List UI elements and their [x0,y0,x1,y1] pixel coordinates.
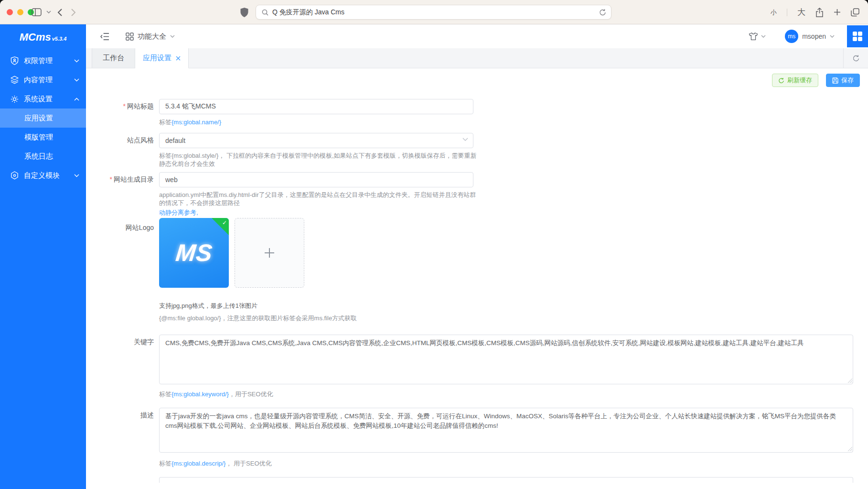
text-smaller-button[interactable]: 小 [771,8,777,17]
form-row-site-logo: 网站Logo MS ✓ [86,218,868,323]
form-row-site-dir: *网站生成目录 application.yml中配置ms.diy.html-di… [86,172,868,217]
chevron-down-icon [830,35,835,38]
minimize-window-button[interactable] [17,9,23,15]
apps-grid-button[interactable] [847,25,868,47]
template-tag: {ms:global.name/} [171,119,221,126]
collapse-menu-icon[interactable] [100,33,109,41]
module-hexagon-icon [11,171,19,180]
window-controls [7,9,34,15]
privacy-shield-icon[interactable] [240,0,248,24]
form-row-partial [86,477,868,483]
tab-workbench[interactable]: 工作台 [92,48,135,68]
sidebar-item-template-manage[interactable]: 模版管理 [0,128,86,147]
refresh-tab-icon[interactable] [843,48,868,68]
tab-label: 应用设置 [143,54,171,63]
sidebar-item-app-settings[interactable]: 应用设置 [0,109,86,128]
browser-toolbar-right: 小 大 [771,0,859,24]
required-mark: * [123,102,126,110]
field-label: *网站生成目录 [86,172,154,217]
sidebar-toggle-icon[interactable] [32,0,42,24]
app-logo-text: MCms [20,31,51,43]
field-label: 关键字 [86,335,154,399]
logo-tag-note: {@ms:file global.logo/}，注意这里的获取图片标签会采用ms… [159,314,868,323]
sidebar-item-label: 系统设置 [24,95,74,104]
grid-icon [126,33,134,41]
sidebar-item-label: 自定义模块 [24,171,74,180]
refresh-cache-button[interactable]: 刷新缓存 [772,74,818,87]
search-icon [262,9,268,16]
back-button[interactable] [57,0,63,24]
topbar: 功能大全 ms msopen [86,24,868,48]
save-button[interactable]: 保存 [826,74,860,87]
template-tag: {ms:global.descrip/} [171,460,225,467]
app-settings-form: *网站标题 标签{ms:global.name/} 站点风格 [86,99,868,483]
field-label: 站点风格 [86,133,154,168]
chevron-down-icon[interactable] [46,0,51,24]
site-style-select[interactable]: default [159,133,473,148]
upload-logo-button[interactable] [235,218,304,288]
logo-ms-text: MS [174,239,214,267]
forward-button[interactable] [71,0,76,24]
sidebar-item-custom-module[interactable]: 自定义模块 [0,166,86,185]
uploaded-logo-image[interactable]: MS ✓ [159,218,229,288]
feature-menu[interactable]: 功能大全 [126,32,175,41]
field-label [86,477,154,483]
sidebar-item-permissions[interactable]: 权限管理 [0,51,86,70]
template-tag: {ms:global.style/} [171,152,218,159]
refresh-cache-label: 刷新缓存 [787,76,812,85]
sidebar-item-system-log[interactable]: 系统日志 [0,147,86,166]
address-bar-text: Q 免疫开源的 Java Cms [272,8,344,17]
keywords-textarea[interactable]: CMS,免费CMS,免费开源Java CMS,CMS系统,Java CMS,CM… [159,335,853,384]
user-menu[interactable]: ms msopen [785,30,835,43]
form-row-description: 描述 基于java开发的一套java cms，也是轻量级开源内容管理系统，CMS… [86,408,868,468]
logo-format-help: 支持jpg,png格式，最多上传1张图片 [159,302,868,310]
tab-app-settings[interactable]: 应用设置 [135,48,189,68]
selected-option: default [165,137,185,144]
next-field-partial-input[interactable] [159,477,853,483]
form-row-keywords: 关键字 CMS,免费CMS,免费开源Java CMS,CMS系统,Java CM… [86,335,868,399]
form-row-site-style: 站点风格 default 标签{ms:global.style/}， 下拉框的内… [86,133,868,168]
gear-icon [11,95,19,103]
tab-label: 工作台 [103,54,124,63]
settings-content: 刷新缓存 保存 *网站标题 [86,68,868,489]
close-tab-icon[interactable] [176,56,181,61]
divider [787,9,787,16]
new-tab-icon[interactable] [834,9,841,16]
keywords-tag-note: 标签{ms:global.keyword/}，用于SEO优化 [159,390,868,399]
avatar: ms [785,30,798,43]
sidebar-menu: 权限管理 内容管理 系统设置 [0,50,86,185]
share-icon[interactable] [815,8,824,17]
sidebar-item-label: 内容管理 [24,76,74,85]
text-larger-button[interactable]: 大 [797,7,805,18]
browser-chrome: Q 免疫开源的 Java Cms 小 大 [0,0,868,24]
sidebar-item-label: 模版管理 [24,133,53,142]
site-dir-input[interactable] [159,172,473,187]
field-label: *网站标题 [86,99,154,127]
tab-overview-icon[interactable] [851,8,859,17]
description-textarea[interactable]: 基于java开发的一套java cms，也是轻量级开源内容管理系统，CMS简洁、… [159,408,853,453]
reload-icon[interactable] [599,9,606,16]
sidebar-item-label: 应用设置 [24,114,53,123]
save-icon [832,77,838,84]
required-mark: * [110,175,112,183]
resize-handle[interactable] [847,378,852,383]
template-tag: {ms:global.keyword/} [171,391,229,398]
close-window-button[interactable] [7,9,13,15]
address-bar[interactable]: Q 免疫开源的 Java Cms [256,5,611,20]
site-title-input[interactable] [159,99,473,114]
sidebar-item-content[interactable]: 内容管理 [0,70,86,89]
sidebar-item-label: 权限管理 [24,56,74,65]
tshirt-icon [749,32,758,41]
form-row-site-title: *网站标题 标签{ms:global.name/} [86,99,868,127]
resize-handle[interactable] [847,446,852,451]
sidebar: MCms v5.3.4 权限管理 内容管理 [0,24,86,489]
chevron-down-icon [462,138,468,141]
theme-skin-picker[interactable] [749,32,766,41]
field-label: 描述 [86,408,154,468]
field-label: 网站Logo [86,218,154,323]
sidebar-item-system[interactable]: 系统设置 [0,89,86,109]
plus-icon [263,246,276,260]
site-style-help: 标签{ms:global.style/}， 下拉框的内容来自于模板管理中的模板,… [159,152,480,168]
static-dynamic-reference-link[interactable]: 动静分离参考, [159,208,480,217]
layers-icon [11,76,19,84]
